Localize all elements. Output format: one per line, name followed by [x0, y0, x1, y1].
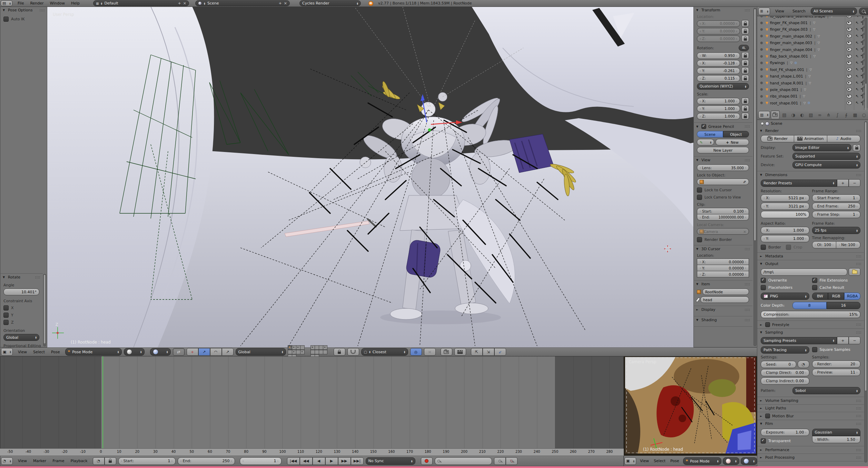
file-extensions-row[interactable]: File Extensions — [812, 278, 861, 283]
lock-icon[interactable] — [741, 28, 749, 34]
sampling-presets-select[interactable]: Sampling Presets — [761, 337, 837, 344]
lock-to-cursor-row[interactable]: Lock to Cursor — [693, 185, 752, 193]
expand-icon[interactable]: ⊕ — [760, 94, 765, 98]
viewport-3d-scene[interactable]: Z User Persp (1) RootNode : head — [47, 7, 693, 347]
clip-end-field[interactable]: End:10000000.000 — [697, 214, 749, 221]
selectability-cursor-icon[interactable]: ↖ — [856, 47, 859, 52]
lock-icon[interactable] — [741, 105, 749, 112]
eyedropper-icon[interactable]: ✎ — [743, 180, 747, 183]
selectability-cursor-icon[interactable]: ↖ — [856, 61, 859, 65]
lock-camera-checkbox[interactable] — [697, 195, 702, 200]
pattern-select[interactable]: Sobol — [792, 387, 860, 394]
snap-peel-icon[interactable]: ⁙ — [424, 348, 436, 356]
visibility-eye-icon[interactable] — [847, 94, 852, 98]
output-path-field[interactable]: /tmp\ — [761, 268, 847, 276]
expand-icon[interactable]: ⊕ — [760, 41, 765, 45]
expand-icon[interactable]: ⊕ — [760, 88, 765, 91]
menu-item[interactable]: View — [15, 350, 30, 354]
outliner-row[interactable]: ⊕ ▼ foot_FK_shape.001 | ▽ ⚙ ↖ — [757, 66, 868, 73]
clamp-direct-field[interactable]: Clamp Direct:0.00 — [761, 369, 809, 376]
display-panel-header[interactable]: ►Display — [693, 306, 752, 313]
resolution-x-field[interactable]: X:5121 px — [761, 194, 809, 202]
overwrite-row[interactable]: Overwrite — [761, 278, 809, 283]
copy-pose-button[interactable]: ⇱ — [471, 348, 483, 356]
next-keyframe-button[interactable]: ▶▶ — [338, 457, 351, 465]
lock-icon[interactable] — [741, 60, 749, 67]
selectability-cursor-icon[interactable]: ↖ — [856, 54, 859, 59]
manipulator-scale-button[interactable]: ↗ — [222, 348, 234, 356]
visibility-eye-icon[interactable] — [847, 28, 852, 31]
layout-selector[interactable]: ▦ Default + × — [93, 0, 189, 6]
square-samples-checkbox[interactable] — [812, 347, 817, 352]
cache-result-checkbox[interactable] — [812, 285, 817, 290]
visibility-eye-icon[interactable] — [847, 16, 852, 18]
snap-element-select[interactable]: ▢ Closest — [361, 348, 408, 356]
tool-shelf-scrollbar[interactable] — [43, 274, 46, 346]
expand-icon[interactable]: ⊕ — [760, 48, 765, 51]
frame-step-field[interactable]: Frame Step:1 — [812, 211, 861, 218]
selectability-cursor-icon[interactable]: ↖ — [856, 101, 859, 105]
tab-render[interactable] — [771, 110, 780, 119]
light-paths-panel-header[interactable]: ►Light Paths — [757, 405, 864, 412]
renderability-camera-icon[interactable] — [862, 94, 863, 98]
exposure-field[interactable]: Exposure:1.00 — [761, 429, 809, 436]
rotation-field[interactable]: W:0.950 — [697, 52, 740, 59]
rgb-button[interactable]: RGB — [828, 293, 844, 300]
menu-item[interactable]: View — [15, 459, 30, 463]
rotation-field[interactable]: X:-0.128 — [697, 60, 740, 67]
lock-icon[interactable] — [741, 98, 749, 104]
lock-icon[interactable] — [741, 113, 749, 120]
menu-item[interactable]: Pose — [668, 459, 681, 463]
pin-icon[interactable] — [761, 122, 764, 125]
menu-item[interactable]: View — [638, 459, 651, 463]
bw-button[interactable]: BW — [812, 293, 828, 300]
visibility-eye-icon[interactable] — [847, 61, 852, 65]
file-browse-button[interactable] — [849, 268, 860, 276]
add-preset-button[interactable]: + — [837, 179, 849, 187]
pose-options-panel-header[interactable]: ▼Pose Options — [0, 7, 47, 14]
outliner-row[interactable]: ⊕ ▼ ribs_shape.001 | ▽ ⚙ ↖ — [757, 93, 868, 100]
renderability-camera-icon[interactable] — [862, 81, 863, 85]
render-border-row[interactable]: Render Border — [693, 235, 752, 242]
use-preview-range-icon[interactable]: ◔ — [93, 457, 105, 465]
filter-width-field[interactable]: Width:1.50 — [812, 436, 861, 443]
expand-icon[interactable]: ⊕ — [760, 74, 765, 78]
menu-item[interactable]: Window — [47, 1, 68, 6]
selectability-cursor-icon[interactable]: ↖ — [856, 41, 859, 45]
prev-keyframe-button[interactable]: ◀◀ — [300, 457, 313, 465]
tab-textures[interactable]: ▩ — [851, 111, 859, 119]
remap-old-field[interactable]: Ol:100 — [812, 241, 837, 248]
add-scene-icon[interactable]: + — [279, 1, 282, 6]
mode-select[interactable]: * Pose Mode — [683, 457, 721, 465]
expand-icon[interactable]: ⊕ — [760, 68, 765, 71]
clip-start-field[interactable]: Start:0.100 — [697, 208, 749, 214]
aspect-y-field[interactable]: Y:1.000 — [761, 235, 809, 242]
outliner-row[interactable]: ⊕ ▼ finger_main_shape.002 | ▽ ⚙ ↖ — [757, 33, 868, 39]
editor-type-outliner-icon[interactable]: ≣ — [758, 8, 770, 15]
orientation-select[interactable]: Global — [3, 334, 39, 341]
rgba-button[interactable]: RGBA — [844, 293, 860, 300]
gp-new-layer-button[interactable]: New Layer — [697, 147, 749, 153]
properties-scrollbar[interactable] — [864, 121, 867, 462]
animate-seed-clock-icon[interactable]: ◔ — [798, 360, 809, 368]
visibility-eye-icon[interactable] — [847, 41, 852, 45]
selectability-cursor-icon[interactable]: ↖ — [856, 21, 859, 25]
render-still-button[interactable]: Render — [761, 135, 794, 142]
axis-checkbox[interactable] — [3, 305, 9, 311]
play-button[interactable]: ▶ — [325, 457, 338, 465]
jump-to-start-button[interactable]: |◀◀ — [287, 457, 300, 465]
cursor-axis-field[interactable]: Z:0.00000 — [697, 271, 749, 277]
menu-item[interactable]: Select — [30, 350, 48, 354]
transparent-row[interactable]: Transparent — [761, 438, 809, 444]
tab-bone[interactable]: ∫ — [833, 111, 841, 119]
overwrite-checkbox[interactable] — [761, 278, 766, 283]
visibility-eye-icon[interactable] — [847, 88, 852, 91]
filter-type-select[interactable]: Gaussian — [812, 429, 861, 436]
lock-to-cursor-checkbox[interactable] — [697, 187, 702, 193]
timeline-ruler[interactable]: -50-40-30-20-100102030405060708090100110… — [0, 448, 624, 456]
add-preset-button[interactable]: + — [837, 337, 849, 344]
selectability-cursor-icon[interactable]: ↖ — [856, 94, 859, 99]
sync-mode-select[interactable]: No Sync — [366, 457, 415, 465]
selectability-cursor-icon[interactable]: ↖ — [856, 87, 859, 92]
integrator-select[interactable]: Path Tracing — [761, 346, 809, 354]
